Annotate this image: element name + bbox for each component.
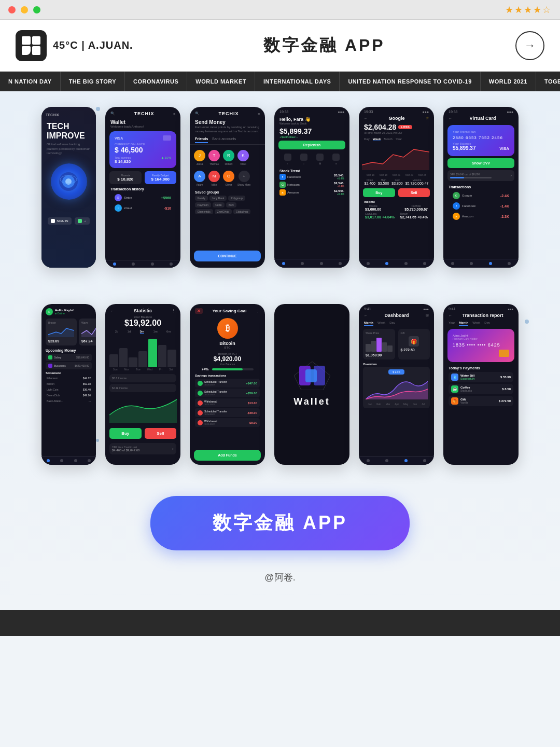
footer-credit: @阿卷. — [10, 561, 550, 594]
logo-piece-1 — [22, 36, 31, 45]
dot-1 — [96, 107, 100, 111]
phone-wallet: 🔍 TECHIX ≡ Wallet Welcome back Anthony! … — [105, 107, 180, 268]
dot-7 — [525, 320, 529, 324]
page-header: 45°C | A.JUAN. 数字金融 APP → — [0, 20, 560, 72]
bottom-bar — [0, 610, 560, 636]
phone-bitcoin-saving: ✕ Your Saving Goal ⋮ ₿ Bitcoin BTC Bitco… — [190, 304, 265, 465]
cta-button[interactable]: 数字金融 APP — [150, 496, 410, 550]
phone-send-money: 🔍 TECHIX ≡ Send Money Earn even more poi… — [190, 107, 265, 268]
nav-item-5[interactable]: UNITED NATION RESPONSE TO COVID-19 — [340, 72, 480, 91]
window-chrome: ✕ − ⊕ ★★★★☆ — [0, 0, 560, 20]
nav-item-6[interactable]: WORLD 2021 — [481, 72, 536, 91]
brand-name: 45°C | A.JUAN. — [53, 39, 133, 51]
navigation-bar: N NATION DAY THE BIG STORY CORONAVIRUS W… — [0, 72, 560, 91]
logo-piece-3 — [22, 46, 31, 55]
phone-tech-improve: TECHIX TECHIMPROVE Global software banki… — [41, 107, 96, 268]
nav-item-3[interactable]: WORLD MARKET — [187, 72, 255, 91]
phone-wallet-logo: Wallet — [274, 304, 349, 465]
phone-row-1: TECHIX TECHIMPROVE Global software banki… — [10, 107, 550, 268]
phone-statistic: ← Statistic ⋮ Your Balance $19,92.00 2d … — [105, 304, 180, 465]
nav-item-1[interactable]: THE BIG STORY — [61, 72, 125, 91]
page-title: 数字金融 APP — [133, 34, 515, 57]
phone-transaction-report: 9:41 ●●● ← Transaction report Year Month… — [443, 304, 519, 465]
phone-hello-fara: 19:33 ●●● Hello, Fara 👋 Welcome back to … — [274, 107, 349, 268]
minimize-button[interactable]: − — [21, 6, 28, 13]
maximize-button[interactable]: ⊕ — [33, 6, 40, 13]
phone-row-2: K Hello, Kayla! ● Online Bitcoin — [10, 304, 550, 465]
nav-item-0[interactable]: N NATION DAY — [0, 72, 61, 91]
logo-area: 45°C | A.JUAN. — [16, 30, 133, 61]
nav-item-2[interactable]: CORONAVIRUS — [125, 72, 187, 91]
phone-hello-kayla: K Hello, Kayla! ● Online Bitcoin — [41, 304, 96, 465]
logo-piece-4 — [32, 46, 41, 55]
next-arrow-button[interactable]: → — [515, 31, 544, 60]
wallet-center-display: Wallet — [274, 304, 349, 465]
phone-google-stock: 19:33 ●●● ← Google ☆ $2,604.28 LOSS All-… — [359, 107, 434, 268]
phone-virtual-card: 19:33 ●●● ← Virtual Card Your TransoPlan… — [443, 107, 519, 268]
nav-item-4[interactable]: INTERNATIONAL DAYS — [255, 72, 340, 91]
dot-5 — [96, 439, 99, 442]
cta-section: 数字金融 APP — [10, 480, 550, 561]
logo-box — [16, 30, 47, 61]
rating-stars: ★★★★☆ — [505, 4, 552, 16]
close-button[interactable]: ✕ — [8, 6, 16, 13]
cta-label: 数字金融 APP — [213, 510, 347, 536]
section-separator — [10, 283, 550, 304]
logo-piece-2 — [32, 36, 41, 45]
nav-item-7[interactable]: TOGETHER WE CAN — [536, 72, 560, 91]
main-content: TECHIX TECHIMPROVE Global software banki… — [0, 91, 560, 610]
phone-dashboard: 9:41 ●●● ← Dashboard ⊞ Month Week Day — [359, 304, 434, 465]
logo-icon — [22, 36, 40, 55]
svg-rect-7 — [305, 369, 317, 382]
